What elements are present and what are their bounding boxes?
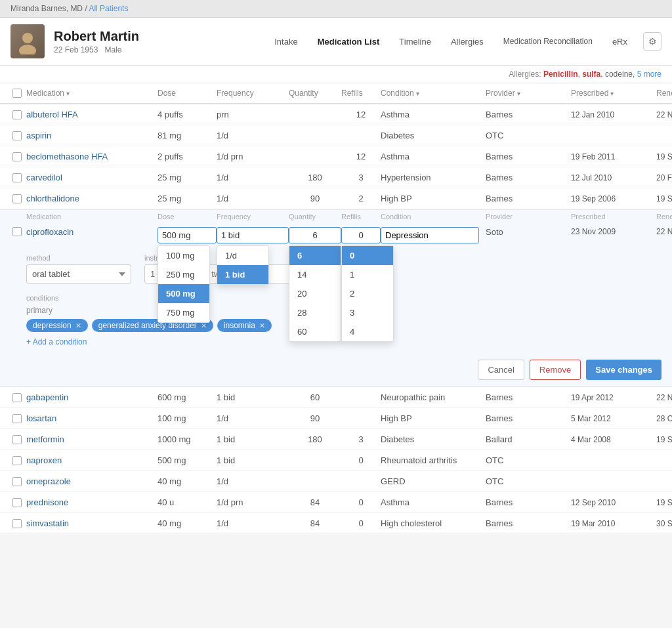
dose-option-100[interactable]: 100 mg — [158, 246, 209, 265]
refills-selected-display[interactable]: 0 — [341, 227, 381, 243]
row-checkbox[interactable] — [12, 393, 22, 402]
med-name[interactable]: simvastatin — [26, 518, 158, 528]
more-allergies-link[interactable]: 5 more — [637, 70, 662, 79]
remove-button[interactable]: Remove — [530, 360, 581, 380]
med-name[interactable]: carvedilol — [26, 173, 158, 182]
row-checkbox[interactable] — [12, 194, 22, 203]
gear-button[interactable]: ⚙ — [643, 32, 662, 51]
tab-medication-list[interactable]: Medication List — [308, 33, 389, 51]
expand-col-quantity: Quantity — [289, 213, 341, 220]
dose-selected-display[interactable]: 500 mg — [158, 227, 217, 243]
qty-option-60[interactable]: 60 — [289, 322, 341, 341]
table-row: beclomethasone HFA 2 puffs 1/d prn 12 As… — [0, 146, 672, 167]
qty-selected-display[interactable]: 6 — [289, 227, 341, 243]
med-name[interactable]: omeprazole — [26, 476, 158, 486]
row-checkbox[interactable] — [12, 110, 22, 119]
provider-value-cipro: Soto — [486, 227, 571, 237]
qty-option-20[interactable]: 20 — [289, 284, 341, 303]
renew-by-value-cipro: 22 Nov 2013 — [656, 227, 672, 236]
qty-option-14[interactable]: 14 — [289, 265, 341, 284]
provider-value: Barnes — [486, 392, 571, 402]
row-checkbox[interactable] — [12, 519, 22, 528]
header-provider[interactable]: Provider — [486, 89, 571, 98]
row-checkbox[interactable] — [12, 152, 22, 161]
refills-option-4[interactable]: 4 — [342, 322, 393, 341]
dose-option-250[interactable]: 250 mg — [158, 265, 209, 284]
header-checkbox[interactable] — [8, 89, 26, 98]
all-patients-link[interactable]: All Patients — [89, 4, 128, 13]
cancel-button[interactable]: Cancel — [478, 360, 524, 380]
row-checkbox[interactable] — [12, 227, 22, 236]
table-row: omeprazole 40 mg 1/d GERD OTC ▾ — [0, 471, 672, 492]
table-row: naproxen 500 mg 1 bid 0 Rheumatoid arthr… — [0, 450, 672, 471]
frequency-value: 1/d — [217, 518, 289, 528]
freq-selected-display[interactable]: 1 bid — [217, 227, 289, 243]
row-checkbox[interactable] — [12, 435, 22, 444]
refills-option-3[interactable]: 3 — [342, 303, 393, 322]
freq-option-1bid[interactable]: 1 bid — [217, 265, 268, 284]
add-condition-link[interactable]: Add a condition — [26, 337, 87, 346]
row-checkbox[interactable] — [12, 498, 22, 507]
tag-insomnia[interactable]: insomnia ✕ — [217, 319, 272, 332]
svg-point-0 — [22, 33, 33, 43]
expanded-row-subheader: Medication Dose Frequency Quantity Refil… — [0, 209, 672, 223]
dose-value: 40 mg — [158, 476, 217, 486]
header-medication[interactable]: Medication — [26, 89, 158, 98]
condition-field[interactable] — [381, 227, 479, 243]
row-checkbox[interactable] — [12, 173, 22, 182]
tab-allergies[interactable]: Allergies — [442, 33, 493, 51]
tag-close-insomnia[interactable]: ✕ — [259, 322, 265, 330]
med-name[interactable]: chlorthalidone — [26, 194, 158, 203]
med-name[interactable]: losartan — [26, 413, 158, 423]
med-name-cipro[interactable]: ciprofloxacin — [26, 227, 158, 237]
dose-option-500[interactable]: 500 mg — [158, 284, 209, 303]
patient-details: 22 Feb 1953 Male — [54, 45, 265, 54]
tab-erx[interactable]: eRx — [603, 33, 637, 51]
primary-label: primary — [26, 306, 272, 315]
med-name[interactable]: albuterol HFA — [26, 110, 158, 119]
refills-option-1[interactable]: 1 — [342, 265, 393, 284]
prescribed-value: 19 Apr 2012 — [571, 393, 656, 402]
med-name[interactable]: beclomethasone HFA — [26, 152, 158, 161]
renew-by-value: 30 Sep 2013 — [656, 519, 672, 528]
frequency-value: 1 bid — [217, 392, 289, 402]
med-name[interactable]: aspirin — [26, 131, 158, 140]
row-checkbox[interactable] — [12, 414, 22, 423]
method-field-group: method oral tablet oral capsule IV topic… — [26, 254, 131, 283]
condition-value: Asthma — [381, 152, 486, 161]
save-changes-button[interactable]: Save changes — [586, 360, 662, 380]
header-condition[interactable]: Condition — [381, 89, 486, 98]
quantity-value: 180 — [289, 434, 341, 444]
provider-value: Ballard — [486, 434, 571, 444]
tag-depression[interactable]: depression ✕ — [26, 319, 88, 332]
header-renew-by[interactable]: Renew by — [656, 89, 672, 98]
header-prescribed[interactable]: Prescribed — [571, 89, 656, 98]
dose-option-750[interactable]: 750 mg — [158, 303, 209, 322]
freq-option-1d[interactable]: 1/d — [217, 246, 268, 265]
freq-dropdown-list: 1/d 1 bid — [217, 245, 269, 285]
med-name[interactable]: gabapentin — [26, 392, 158, 402]
row-checkbox[interactable] — [12, 456, 22, 465]
table-row: prednisone 40 u 1/d prn 84 0 Asthma Barn… — [0, 492, 672, 513]
row-checkbox[interactable] — [12, 131, 22, 140]
dose-value: 25 mg — [158, 173, 217, 182]
tab-intake[interactable]: Intake — [265, 33, 306, 51]
top-bar: Miranda Barnes, MD / All Patients — [0, 0, 672, 18]
condition-value: Rheumatoid arthritis — [381, 455, 486, 465]
qty-option-28[interactable]: 28 — [289, 303, 341, 322]
row-checkbox[interactable] — [12, 477, 22, 486]
doctor-name[interactable]: Miranda Barnes, MD — [10, 4, 83, 13]
frequency-value: 1/d — [217, 194, 289, 203]
med-name[interactable]: naproxen — [26, 455, 158, 465]
method-select[interactable]: oral tablet oral capsule IV topical — [26, 264, 131, 283]
tab-medication-reconciliation[interactable]: Medication Reconciliation — [494, 33, 602, 50]
qty-option-6[interactable]: 6 — [289, 246, 341, 265]
med-name[interactable]: prednisone — [26, 497, 158, 507]
med-name[interactable]: metformin — [26, 434, 158, 444]
refills-option-2[interactable]: 2 — [342, 284, 393, 303]
prescribed-value: 5 Mar 2012 — [571, 414, 656, 423]
refills-option-0[interactable]: 0 — [342, 246, 393, 265]
tab-timeline[interactable]: Timeline — [390, 33, 440, 51]
tag-close-depression[interactable]: ✕ — [75, 322, 81, 330]
header-quantity: Quantity — [289, 89, 341, 98]
